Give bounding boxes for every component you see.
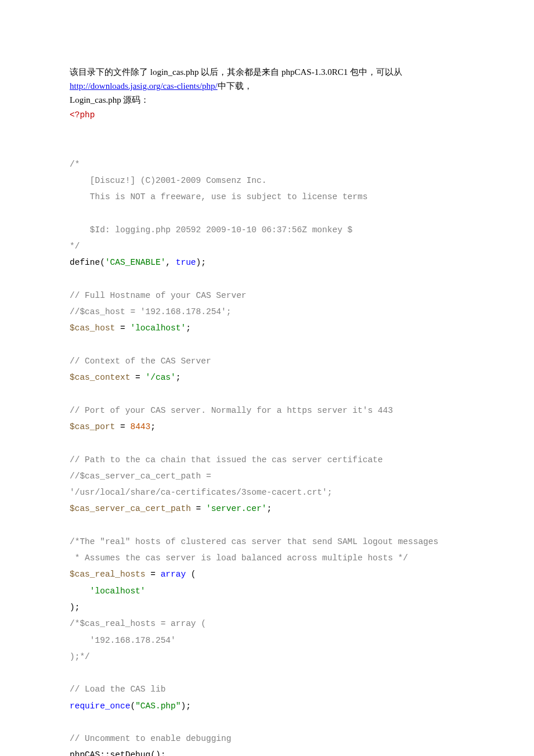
ctx-comment: // Context of the CAS Server xyxy=(70,357,211,366)
semi: ; xyxy=(176,373,181,382)
intro-link-suffix: 中下载， xyxy=(218,81,252,91)
comment-l3: $Id: logging.php 20592 2009-10-10 06:37:… xyxy=(70,225,352,235)
ca-comment1: // Path to the ca chain that issued the … xyxy=(70,455,383,465)
eq: = xyxy=(191,504,206,513)
blank xyxy=(70,390,75,399)
port-var: $cas_port xyxy=(70,422,115,431)
host-comment1: // Full Hostname of your CAS Server xyxy=(70,291,247,300)
rh-line1: $cas_real_hosts = array ( xyxy=(70,570,196,579)
eq: = xyxy=(115,323,130,333)
define-fn: define( xyxy=(70,258,105,267)
intro-block: 该目录下的文件除了 login_cas.php 以后，其余都是来自 phpCAS… xyxy=(70,65,464,123)
blank xyxy=(70,209,75,218)
rh-eq: = xyxy=(146,570,161,579)
req-end: ); xyxy=(181,701,190,711)
ca-val: 'server.cer' xyxy=(206,504,266,513)
comment-close: */ xyxy=(70,242,80,251)
define-comma: , xyxy=(165,258,175,267)
comment-open: /* xyxy=(70,160,80,169)
req-open: ( xyxy=(130,701,135,711)
blank xyxy=(70,275,75,284)
rh-array: array xyxy=(161,570,186,579)
dbg-comment: // Uncomment to enable debugging xyxy=(70,734,231,743)
req-fn: require_once xyxy=(70,701,130,711)
ctx-line: $cas_context = '/cas'; xyxy=(70,373,181,382)
comment-l2: This is NOT a freeware, use is subject t… xyxy=(70,192,367,201)
eq: = xyxy=(115,422,130,431)
blank xyxy=(70,143,75,153)
semi: ; xyxy=(186,323,191,333)
req-str: "CAS.php" xyxy=(135,701,181,711)
eq: = xyxy=(130,373,145,382)
blank xyxy=(70,521,75,530)
intro-line1-pre: 该目录下的文件除了 login_cas.php 以后，其余都是来自 phpCAS… xyxy=(70,67,402,77)
port-comment: // Port of your CAS server. Normally for… xyxy=(70,406,393,415)
define-line: define('CAS_ENABLE', true); xyxy=(70,258,206,267)
blank xyxy=(70,718,75,727)
ctx-var: $cas_context xyxy=(70,373,130,382)
host-var: $cas_host xyxy=(70,323,115,333)
define-true: true xyxy=(176,258,196,267)
rh-open: ( xyxy=(186,570,196,579)
ca-comment3: '/usr/local/share/ca-certificates/3some-… xyxy=(70,488,332,497)
rh-var: $cas_real_hosts xyxy=(70,570,146,579)
rh-item: 'localhost' xyxy=(70,586,146,596)
rh-cmt1: /*$cas_real_hosts = array ( xyxy=(70,619,206,628)
port-line: $cas_port = 8443; xyxy=(70,422,156,431)
ca-var: $cas_server_ca_cert_path xyxy=(70,504,191,513)
ca-comment2: //$cas_server_ca_cert_path = xyxy=(70,471,211,481)
port-val: 8443 xyxy=(130,422,150,431)
intro-line2: Login_cas.php 源码： xyxy=(70,93,464,107)
blank xyxy=(70,438,75,448)
rh-cmt2: '192.168.178.254' xyxy=(70,636,176,645)
semi: ; xyxy=(150,422,156,431)
host-val: 'localhost' xyxy=(130,323,186,333)
host-comment2: //$cas_host = '192.168.178.254'; xyxy=(70,307,231,316)
host-line: $cas_host = 'localhost'; xyxy=(70,323,191,333)
ctx-val: '/cas' xyxy=(146,373,176,382)
semi: ; xyxy=(266,504,272,513)
php-open-tag: <?php xyxy=(70,107,464,123)
blank xyxy=(70,668,75,678)
ca-line: $cas_server_ca_cert_path = 'server.cer'; xyxy=(70,504,272,513)
lib-comment: // Load the CAS lib xyxy=(70,685,165,694)
code-block: /* [Discuz!] (C)2001-2009 Comsenz Inc. T… xyxy=(70,123,464,756)
comment-l1: [Discuz!] (C)2001-2009 Comsenz Inc. xyxy=(70,176,266,185)
define-str: 'CAS_ENABLE' xyxy=(105,258,165,267)
blank xyxy=(70,340,75,350)
rh-cmt3: );*/ xyxy=(70,652,90,661)
download-link[interactable]: http://downloads.jasig.org/cas-clients/p… xyxy=(70,81,218,91)
rh-close: ); xyxy=(70,603,80,612)
rh-comment2: * Assumes the cas server is load balance… xyxy=(70,553,408,563)
document-page: 该目录下的文件除了 login_cas.php 以后，其余都是来自 phpCAS… xyxy=(0,0,534,756)
define-end: ); xyxy=(196,258,206,267)
dbg-call: phpCAS::setDebug(); xyxy=(70,750,165,756)
rh-comment1: /*The "real" hosts of clustered cas serv… xyxy=(70,537,438,546)
req-line: require_once("CAS.php"); xyxy=(70,701,191,711)
